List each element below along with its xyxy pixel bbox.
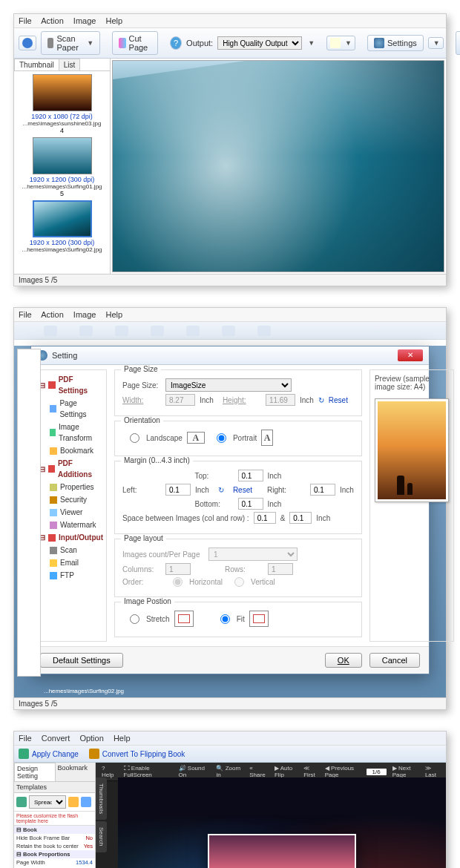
share-link[interactable]: « Share xyxy=(249,765,267,778)
first-link[interactable]: ≪ First xyxy=(303,765,318,778)
zoom-link[interactable]: 🔍 Zoom in xyxy=(216,765,242,778)
sound-link[interactable]: 🔊 Sound On xyxy=(179,765,209,778)
portrait-radio[interactable] xyxy=(217,433,226,443)
landscape-icon: A xyxy=(187,432,205,444)
menu-image[interactable]: Image xyxy=(73,310,96,319)
unit-label: Inch xyxy=(316,514,330,522)
settings-button[interactable]: Settings xyxy=(367,35,424,51)
bg-thumb-path: ...hemes\images\Surfing02.jpg xyxy=(44,688,446,694)
output-quality-select[interactable]: High Quality Output xyxy=(217,36,302,50)
flipbook-page[interactable] xyxy=(208,834,356,868)
status-bar: Images 5 /5 xyxy=(14,697,446,709)
tree-image-transform[interactable]: Image Transform xyxy=(50,421,103,444)
next-link[interactable]: ▶ Next Page xyxy=(392,765,419,778)
stretch-radio[interactable] xyxy=(130,614,139,624)
menu-help[interactable]: Help xyxy=(105,16,122,25)
space-row-input[interactable] xyxy=(289,512,312,524)
template-icon[interactable] xyxy=(16,797,27,807)
folder-icon[interactable] xyxy=(68,797,79,807)
property-row[interactable]: Page Width1534.4 xyxy=(14,858,95,867)
menu-convert[interactable]: Convert xyxy=(42,734,70,743)
default-settings-button[interactable]: Default Settings xyxy=(40,653,123,668)
tree-input-output[interactable]: ⊟ Input/Output xyxy=(39,531,103,544)
reset-link[interactable]: Reset xyxy=(329,396,348,404)
thumb-index: 5 xyxy=(16,190,108,197)
tree-page-settings[interactable]: Page Settings xyxy=(50,397,103,421)
reset-icon[interactable]: ↻ xyxy=(218,486,224,494)
tab-bookmark[interactable]: Bookmark xyxy=(56,763,96,782)
landscape-radio[interactable] xyxy=(130,433,139,443)
menu-image[interactable]: Image xyxy=(73,16,96,25)
tree-ftp[interactable]: FTP xyxy=(50,569,103,582)
settings-dropdown[interactable]: ▼ xyxy=(428,37,444,49)
vtab-search[interactable]: Search xyxy=(96,821,107,852)
reset-icon[interactable]: ↻ xyxy=(318,396,324,404)
thumb-path: ...hemes\images\Surfing01.jpg xyxy=(16,183,108,190)
prev-link[interactable]: ◀ Previous Page xyxy=(325,765,361,778)
page-size-select[interactable]: ImageSize xyxy=(165,378,292,392)
thumb-path: ...mes\images\sunshine03.jpg xyxy=(16,120,108,127)
menu-option[interactable]: Option xyxy=(79,734,103,743)
left-input[interactable] xyxy=(165,484,191,496)
build-flipbook-button[interactable]: Build Flipbook▼ xyxy=(456,31,460,55)
ok-button[interactable]: OK xyxy=(325,653,362,668)
tree-security[interactable]: Security xyxy=(50,493,103,506)
menu-action[interactable]: Action xyxy=(41,16,64,25)
save-icon[interactable] xyxy=(81,797,91,807)
menu-help[interactable]: Help xyxy=(105,310,122,319)
vtab-thumbnails[interactable]: Thumbnails xyxy=(96,777,107,820)
spread-select[interactable]: Spread xyxy=(29,795,66,809)
columns-label: Columns: xyxy=(122,565,161,573)
tab-design[interactable]: Design Setting xyxy=(14,763,56,782)
property-row[interactable]: ⊟ Book Proportions xyxy=(14,850,95,858)
tree-pdf-additions[interactable]: ⊟ PDF Additions xyxy=(39,457,103,481)
property-row[interactable]: Retain the book to centerYes xyxy=(14,842,95,850)
color-picker[interactable]: ▼ xyxy=(326,36,355,50)
scan-paper-button[interactable]: Scan Paper▼ xyxy=(41,31,100,55)
order-label: Order: xyxy=(122,578,161,586)
tree-email[interactable]: Email xyxy=(50,556,103,569)
autoflip-link[interactable]: ▶ Auto Flip xyxy=(275,765,298,778)
fullscreen-link[interactable]: ⛶ Enable FullScreen xyxy=(124,765,171,778)
cancel-button[interactable]: Cancel xyxy=(369,653,420,668)
property-row[interactable]: ⊟ Book xyxy=(14,826,95,834)
thumbnail-item[interactable]: 1920 x 1080 (72 dpi) ...mes\images\sunsh… xyxy=(16,74,108,134)
apply-change-button[interactable]: Apply Change xyxy=(19,749,79,759)
bottom-input[interactable] xyxy=(238,498,263,510)
info-icon[interactable] xyxy=(19,36,36,50)
menu-file[interactable]: File xyxy=(19,734,32,743)
menu-file[interactable]: File xyxy=(19,16,32,25)
action-bar: Apply Change Convert To Flipping Book xyxy=(14,746,446,763)
output-help-icon[interactable]: ? xyxy=(170,36,182,50)
menu-action[interactable]: Action xyxy=(41,310,64,319)
help-link[interactable]: ? Help xyxy=(102,765,116,778)
tree-bookmark[interactable]: Bookmark xyxy=(50,444,103,457)
thumbnail-item[interactable]: 1920 x 1200 (300 dpi) ...hemes\images\Su… xyxy=(16,137,108,197)
right-label: Right: xyxy=(267,486,306,494)
right-input[interactable] xyxy=(310,484,335,496)
property-row[interactable]: Hide Book Frame BarNo xyxy=(14,834,95,842)
reset-link[interactable]: Reset xyxy=(233,486,252,494)
menu-file[interactable]: File xyxy=(19,310,32,319)
page-size-label: Page Size: xyxy=(122,381,161,389)
tab-list[interactable]: List xyxy=(59,59,81,70)
space-col-input[interactable] xyxy=(254,512,276,524)
tab-thumbnail[interactable]: Thumbnail xyxy=(14,59,59,70)
tree-scan[interactable]: Scan xyxy=(50,544,103,556)
last-link[interactable]: ≫ Last xyxy=(425,765,440,778)
unit-label: Inch xyxy=(195,486,209,494)
tree-properties[interactable]: Properties xyxy=(50,481,103,493)
property-list[interactable]: ⊟ BookHide Book Frame BarNoRetain the bo… xyxy=(14,826,95,868)
convert-button[interactable]: Convert To Flipping Book xyxy=(89,749,185,759)
tree-viewer[interactable]: Viewer xyxy=(50,506,103,519)
page-number[interactable]: 1/6 xyxy=(367,769,387,775)
menu-help[interactable]: Help xyxy=(114,734,131,743)
tree-watermark[interactable]: Watermark xyxy=(50,519,103,531)
menubar: File Action Image Help xyxy=(14,14,446,28)
close-button[interactable]: ✕ xyxy=(398,349,423,361)
fit-radio[interactable] xyxy=(220,614,230,624)
tree-pdf-settings[interactable]: ⊟ PDF Settings xyxy=(39,373,103,397)
thumbnail-item[interactable]: 1920 x 1200 (300 dpi) ...hemes\images\Su… xyxy=(16,200,108,253)
cut-page-button[interactable]: Cut Page xyxy=(112,31,158,55)
top-input[interactable] xyxy=(238,470,263,481)
